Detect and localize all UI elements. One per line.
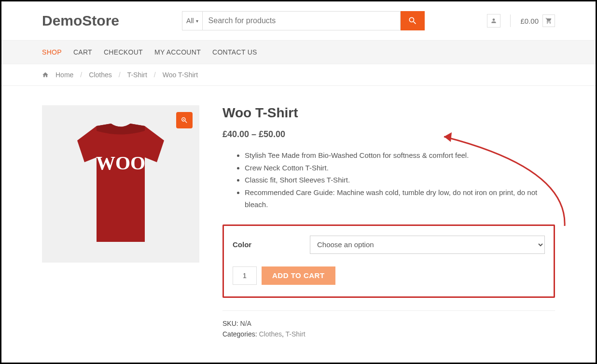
chevron-down-icon: ▾ — [196, 18, 198, 24]
search-form: All ▾ — [182, 11, 425, 30]
quantity-input[interactable] — [233, 266, 257, 285]
breadcrumb-separator: / — [154, 71, 156, 79]
description-item: Stylish Tee Made from Bio-Washed Cotton … — [245, 149, 555, 162]
cart-total: £0.00 — [520, 17, 539, 25]
meta-divider — [222, 310, 555, 311]
categories-label: Categories: — [222, 330, 257, 338]
cart-icon — [545, 17, 552, 24]
search-input[interactable] — [203, 11, 401, 30]
product-gallery: WOO — [42, 105, 199, 263]
description-item: Classic fit, Short Sleeves T-Shirt. — [245, 174, 555, 186]
search-button[interactable] — [401, 11, 425, 30]
breadcrumb-home[interactable]: Home — [56, 71, 73, 79]
sku-value: N/A — [240, 320, 251, 327]
main-nav: SHOP CART CHECKOUT MY ACCOUNT CONTACT US — [1, 40, 596, 64]
color-select[interactable]: Choose an option — [310, 236, 545, 254]
sku-label: SKU: — [222, 320, 238, 327]
category-link-clothes[interactable]: Clothes — [259, 330, 281, 338]
product-area: WOO Woo T-Shirt £40.00 – £50.00 Stylish … — [1, 86, 596, 350]
nav-cart[interactable]: CART — [73, 41, 92, 64]
nav-shop[interactable]: SHOP — [42, 41, 62, 64]
category-select-label: All — [186, 17, 194, 25]
header-divider — [510, 14, 511, 27]
breadcrumb-tshirt[interactable]: T-Shirt — [127, 71, 147, 79]
cart-link[interactable]: £0.00 — [520, 14, 555, 27]
variation-label: Color — [233, 240, 310, 249]
home-icon — [42, 71, 49, 78]
product-description: Stylish Tee Made from Bio-Washed Cotton … — [222, 149, 555, 211]
zoom-button[interactable] — [176, 112, 193, 128]
zoom-in-icon — [180, 116, 188, 124]
add-to-cart-row: ADD TO CART — [233, 266, 545, 285]
add-to-cart-button[interactable]: ADD TO CART — [262, 266, 335, 285]
breadcrumb: Home / Clothes / T-Shirt / Woo T-Shirt — [1, 64, 596, 86]
variation-row: Color Choose an option — [233, 236, 545, 254]
description-item: Recommended Care Guide: Machine wash col… — [245, 186, 555, 211]
annotation-highlight-box: Color Choose an option ADD TO CART — [222, 224, 555, 298]
account-button[interactable] — [487, 14, 500, 28]
breadcrumb-current: Woo T-Shirt — [163, 71, 198, 79]
nav-checkout[interactable]: CHECKOUT — [104, 41, 143, 64]
product-title: Woo T-Shirt — [222, 105, 555, 121]
product-price: £40.00 – £50.00 — [222, 129, 555, 140]
nav-my-account[interactable]: MY ACCOUNT — [154, 41, 201, 64]
breadcrumb-clothes[interactable]: Clothes — [89, 71, 111, 79]
site-logo[interactable]: DemoStore — [42, 13, 119, 29]
description-item: Crew Neck Cotton T-Shirt. — [245, 162, 555, 174]
category-link-tshirt[interactable]: T-Shirt — [285, 330, 305, 338]
product-summary: Woo T-Shirt £40.00 – £50.00 Stylish Tee … — [222, 105, 555, 341]
product-image[interactable]: WOO — [68, 121, 174, 247]
nav-contact-us[interactable]: CONTACT US — [212, 41, 257, 64]
breadcrumb-separator: / — [80, 71, 82, 79]
category-select[interactable]: All ▾ — [182, 11, 203, 30]
categories-meta: Categories: Clothes, T-Shirt — [222, 330, 555, 338]
user-icon — [490, 17, 497, 24]
breadcrumb-separator: / — [119, 71, 121, 79]
product-image-text: WOO — [96, 152, 145, 174]
sku-meta: SKU: N/A — [222, 320, 555, 327]
search-icon — [408, 16, 417, 26]
